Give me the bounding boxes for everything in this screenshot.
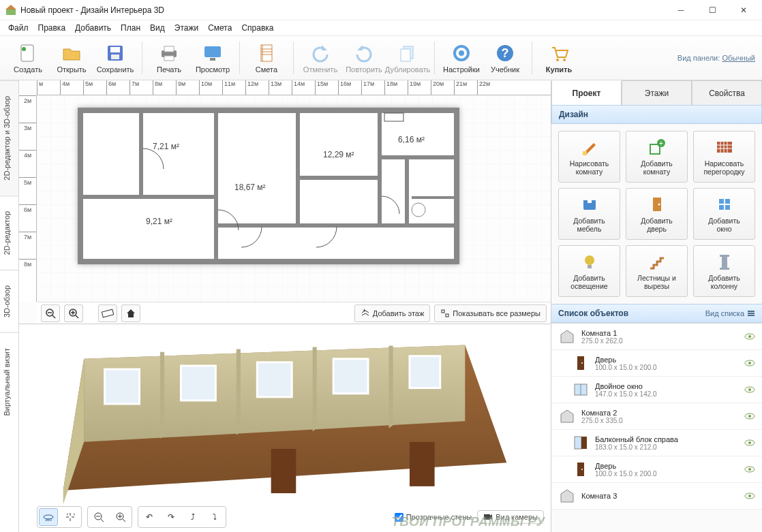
room-area-label: 9,21 м² [146, 217, 172, 226]
list-view-link[interactable]: Вид списка [705, 309, 755, 317]
visibility-icon[interactable] [744, 384, 755, 395]
camera-view-button[interactable]: Вид камеры [477, 510, 544, 524]
svg-marker-105 [561, 490, 573, 502]
menu-add[interactable]: Добавить [75, 23, 111, 33]
svg-point-87 [581, 362, 583, 364]
object-thumb [558, 487, 576, 505]
tool-partition[interactable]: Нарисоватьперегородку [693, 131, 755, 183]
tutorial-button[interactable]: ?Учебник [484, 38, 526, 78]
tab-2d-and-3d[interactable]: 2D-редактор и 3D-обзор [0, 80, 18, 195]
tool-draw-room[interactable]: Нарисоватькомнату [558, 131, 620, 183]
object-list-item[interactable]: Комната 3 [551, 483, 762, 510]
svg-rect-60 [484, 514, 490, 520]
tool-light[interactable]: Добавитьосвещение [558, 245, 620, 297]
undo-button[interactable]: Отменить [299, 38, 341, 78]
tab-2d[interactable]: 2D-редактор [0, 195, 18, 270]
object-list-item[interactable]: Балконный блок справа183.0 x 15.0 x 212.… [551, 430, 762, 456]
tab-3d[interactable]: 3D-обзор [0, 270, 18, 332]
print-button[interactable]: Печать [148, 38, 190, 78]
object-list-item[interactable]: Двойное окно147.0 x 15.0 x 142.0 [551, 377, 762, 403]
svg-point-89 [748, 362, 751, 364]
menu-edit[interactable]: Правка [38, 23, 66, 33]
settings-button[interactable]: Настройки [440, 38, 483, 78]
panel-mode-link[interactable]: Обычный [722, 54, 755, 62]
zoom-in-button[interactable] [64, 304, 83, 322]
tilt-up-button[interactable]: ⤴ [183, 508, 202, 526]
object-list[interactable]: Комната 1275.0 x 262.0Дверь100.0 x 15.0 … [551, 323, 762, 532]
measure-button[interactable] [98, 304, 117, 322]
menu-help[interactable]: Справка [241, 23, 273, 33]
tab-properties[interactable]: Свойства [692, 80, 762, 105]
tool-add-room[interactable]: +Добавитькомнату [626, 131, 688, 183]
svg-point-18 [459, 50, 464, 56]
menu-file[interactable]: Файл [8, 23, 29, 33]
visibility-icon[interactable] [744, 358, 755, 369]
tab-virtual-visit[interactable]: Виртуальный визит [0, 332, 18, 431]
object-dimensions: 275.0 x 335.0 [581, 417, 739, 424]
tool-door[interactable]: Добавитьдверь [626, 188, 688, 240]
menu-view[interactable]: Вид [150, 23, 165, 33]
tool-furniture[interactable]: Добавитьмебель [558, 188, 620, 240]
svg-rect-36 [446, 314, 448, 317]
show-dimensions-button[interactable]: Показывать все размеры [434, 304, 547, 322]
svg-rect-81 [748, 313, 755, 314]
light-icon [580, 252, 599, 271]
zoom-in-3d-button[interactable] [111, 508, 130, 526]
rotate-left-button[interactable]: ↶ [140, 508, 159, 526]
menu-floors[interactable]: Этажи [174, 23, 198, 33]
menu-estimate[interactable]: Смета [208, 23, 232, 33]
object-list-item[interactable]: Комната 2275.0 x 335.0 [551, 403, 762, 430]
add-floor-button[interactable]: +Добавить этаж [354, 304, 430, 322]
menu-plan[interactable]: План [121, 23, 140, 33]
duplicate-button[interactable]: Дублировать [386, 38, 429, 78]
svg-rect-0 [6, 9, 16, 15]
zoom-out-button[interactable] [41, 304, 60, 322]
object-list-item[interactable]: Комната 1275.0 x 262.0 [551, 324, 762, 350]
tool-stairs[interactable]: Лестницы ивырезы [626, 245, 688, 297]
visibility-icon[interactable] [744, 490, 755, 501]
plan-2d-pane[interactable]: м4м5м6м7м8м9м10м11м12м13м14м15м16м17м18м… [19, 80, 551, 324]
canvas-2d[interactable]: 7,21 м²18,67 м²12,29 м²6,16 м²9,21 м² [37, 95, 551, 302]
orbit-button[interactable]: 360 [39, 508, 58, 526]
right-tabs: Проект Этажи Свойства [551, 80, 762, 105]
tab-project[interactable]: Проект [551, 80, 622, 105]
new-button[interactable]: Создать [7, 38, 49, 78]
save-button[interactable]: Сохранить [94, 38, 136, 78]
transparent-walls-checkbox[interactable]: Прозрачные стены [395, 513, 472, 522]
visibility-icon[interactable] [744, 437, 755, 448]
preview-button[interactable]: Просмотр [192, 38, 234, 78]
svg-point-3 [22, 47, 26, 51]
save-icon [104, 42, 126, 64]
object-thumb [558, 328, 576, 345]
rotate-right-button[interactable]: ↷ [162, 508, 181, 526]
home-button[interactable] [121, 304, 140, 322]
pan-button[interactable] [61, 508, 80, 526]
minimize-button[interactable]: ─ [665, 0, 697, 20]
tool-column[interactable]: Добавитьколонну [693, 245, 755, 297]
estimate-button[interactable]: Смета [245, 38, 288, 78]
svg-point-96 [748, 415, 751, 418]
open-button[interactable]: Открыть [50, 38, 93, 78]
svg-rect-69 [592, 200, 596, 204]
window-title: Новый проект - Дизайн Интерьера 3D [20, 5, 665, 15]
visibility-icon[interactable] [744, 464, 755, 475]
view-3d-pane[interactable] [19, 324, 551, 532]
floorplan[interactable] [78, 108, 459, 264]
redo-button[interactable]: Повторить [343, 38, 385, 78]
plan-toolbar: +Добавить этаж Показывать все размеры [37, 302, 551, 324]
close-button[interactable]: ✕ [728, 0, 759, 20]
visibility-icon[interactable] [744, 411, 755, 422]
undo-icon [309, 42, 331, 64]
right-panel: Проект Этажи Свойства Дизайн Нарисоватьк… [551, 80, 762, 532]
svg-rect-44 [105, 369, 140, 404]
tab-floors[interactable]: Этажи [622, 80, 692, 105]
visibility-icon[interactable] [744, 331, 755, 342]
object-list-item[interactable]: Дверь100.0 x 15.0 x 200.0 [551, 350, 762, 377]
tool-window[interactable]: Добавитьокно [693, 188, 755, 240]
buy-button[interactable]: Купить [538, 38, 580, 78]
maximize-button[interactable]: ☐ [697, 0, 728, 20]
zoom-out-3d-button[interactable] [89, 508, 108, 526]
tilt-down-button[interactable]: ⤵ [205, 508, 224, 526]
room-area-label: 6,16 м² [398, 135, 425, 144]
object-list-item[interactable]: Дверь100.0 x 15.0 x 200.0 [551, 456, 762, 483]
